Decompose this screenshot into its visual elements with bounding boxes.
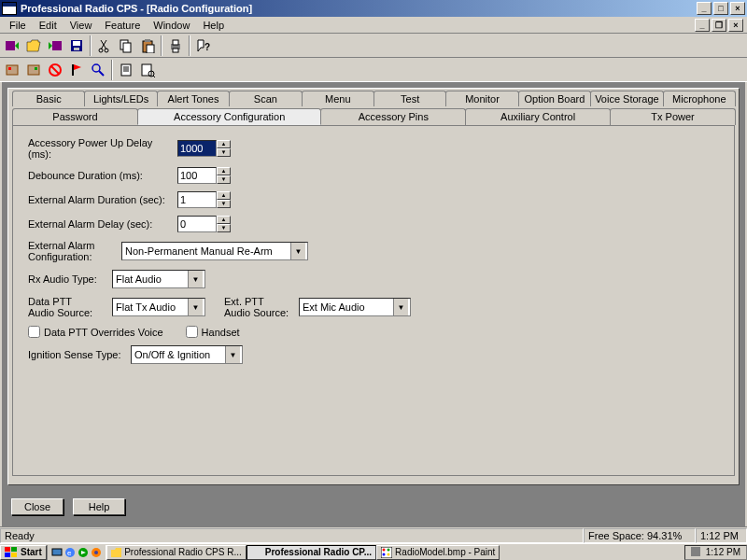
write-device-icon[interactable]	[45, 35, 65, 56]
data-ptt-src-value[interactable]	[113, 299, 188, 315]
spin-up-icon[interactable]: ▲	[217, 191, 231, 200]
minimize-button[interactable]: _	[697, 2, 712, 15]
tab-option-board[interactable]: Option Board	[518, 91, 591, 106]
close-button[interactable]: ×	[730, 2, 745, 15]
tab-tx-power[interactable]: Tx Power	[610, 108, 736, 125]
menu-feature[interactable]: Feature	[99, 19, 146, 32]
power-up-delay-spinner[interactable]: ▲▼	[177, 140, 231, 157]
data-ptt-overrides-checkbox[interactable]: Data PTT Overrides Voice	[28, 326, 163, 338]
maximize-button[interactable]: □	[713, 2, 728, 15]
tab-scan[interactable]: Scan	[229, 91, 302, 106]
ext-alarm-cfg-value[interactable]	[122, 243, 290, 259]
zoom-icon[interactable]	[88, 60, 108, 80]
paste-icon[interactable]	[137, 35, 158, 56]
menu-window[interactable]: Window	[148, 19, 195, 32]
handset-checkbox[interactable]: Handset	[186, 326, 240, 338]
checkbox-input[interactable]	[186, 326, 198, 338]
svg-rect-34	[5, 553, 10, 557]
ie-icon[interactable]: e	[64, 547, 76, 558]
start-button[interactable]: Start	[0, 545, 47, 560]
mdi-close-button[interactable]: ×	[728, 19, 743, 32]
svg-point-44	[388, 548, 390, 551]
help-context-icon[interactable]: ?	[193, 35, 214, 56]
tab-basic[interactable]: Basic	[12, 91, 85, 106]
svg-line-21	[51, 66, 59, 74]
help-panel-button[interactable]: Help	[73, 498, 125, 515]
spin-up-icon[interactable]: ▲	[217, 216, 231, 224]
checkbox-label: Handset	[202, 327, 240, 338]
app-icon	[251, 548, 262, 557]
tab-accessory-config[interactable]: Accessory Configuration	[137, 108, 321, 125]
ext-alarm-dur-spinner[interactable]: ▲▼	[177, 191, 231, 208]
read-device-icon[interactable]	[2, 35, 22, 56]
checkbox-input[interactable]	[28, 326, 40, 338]
spin-down-icon[interactable]: ▼	[217, 224, 231, 232]
window-title: Professional Radio CPS - [Radio Configur…	[21, 3, 697, 14]
chevron-down-icon[interactable]: ▼	[290, 243, 305, 259]
svg-rect-8	[123, 43, 131, 52]
ext-ptt-src-value[interactable]	[300, 299, 393, 315]
tab-aux-control[interactable]: Auxiliary Control	[465, 108, 611, 125]
tool-a-icon[interactable]	[2, 60, 22, 80]
ext-ptt-src-combo[interactable]: ▼	[299, 298, 411, 316]
tab-test[interactable]: Test	[374, 91, 446, 106]
tab-voice-storage[interactable]: Voice Storage	[590, 91, 664, 106]
chevron-down-icon[interactable]: ▼	[393, 299, 408, 315]
rx-audio-combo[interactable]: ▼	[112, 270, 205, 288]
mdi-minimize-button[interactable]: _	[695, 19, 710, 32]
print-icon[interactable]	[165, 35, 186, 56]
ext-alarm-cfg-combo[interactable]: ▼	[121, 242, 308, 260]
desktop-icon[interactable]	[51, 547, 63, 558]
cut-icon[interactable]	[94, 35, 115, 56]
chevron-down-icon[interactable]: ▼	[225, 346, 240, 363]
close-panel-button[interactable]: Close	[11, 498, 63, 515]
menu-edit[interactable]: Edit	[34, 19, 63, 32]
data-ptt-src-combo[interactable]: ▼	[112, 298, 205, 316]
tool-disable-icon[interactable]	[45, 60, 65, 80]
taskbar-item-folder[interactable]: Professional Radio CPS R...	[106, 545, 247, 560]
ext-alarm-dur-input[interactable]	[177, 191, 217, 208]
mdi-restore-button[interactable]: ❐	[712, 19, 726, 32]
spin-up-icon[interactable]: ▲	[217, 167, 231, 175]
debounce-spinner[interactable]: ▲▼	[177, 167, 231, 184]
tab-lights[interactable]: Lights/LEDs	[84, 91, 157, 106]
open-icon[interactable]	[23, 35, 44, 56]
statusbar: Ready Free Space: 94.31% 1:12 PM	[0, 526, 747, 543]
ignition-value[interactable]	[132, 346, 225, 363]
tab-menu[interactable]: Menu	[302, 91, 374, 106]
tool-b-icon[interactable]	[23, 60, 44, 80]
save-icon[interactable]	[66, 35, 87, 56]
firefox-icon[interactable]	[91, 547, 102, 558]
menu-help[interactable]: Help	[197, 19, 230, 32]
document-icon[interactable]	[116, 60, 136, 80]
copy-icon[interactable]	[116, 35, 136, 56]
taskbar-item-paint[interactable]: RadioModel.bmp - Paint	[376, 545, 500, 560]
properties-icon[interactable]	[137, 60, 158, 80]
tab-alert-tones[interactable]: Alert Tones	[157, 91, 230, 106]
chevron-down-icon[interactable]: ▼	[188, 271, 203, 287]
debounce-input[interactable]	[177, 167, 217, 184]
tab-accessory-pins[interactable]: Accessory Pins	[320, 108, 466, 125]
rx-audio-value[interactable]	[113, 271, 188, 287]
power-up-delay-input[interactable]	[177, 140, 217, 157]
spin-up-icon[interactable]: ▲	[217, 140, 231, 148]
spin-down-icon[interactable]: ▼	[217, 148, 231, 157]
checkbox-label: Data PTT Overrides Voice	[44, 327, 163, 338]
tool-flag-icon[interactable]	[66, 60, 87, 80]
taskbar-item-cps[interactable]: Professional Radio CP...	[247, 545, 376, 560]
media-icon[interactable]	[78, 547, 89, 558]
tray-icon[interactable]	[691, 547, 702, 558]
ext-alarm-delay-input[interactable]	[177, 216, 217, 232]
tab-microphone[interactable]: Microphone	[663, 91, 736, 106]
ext-alarm-cfg-label: External AlarmConfiguration:	[28, 240, 121, 262]
spin-down-icon[interactable]: ▼	[217, 175, 231, 184]
tab-monitor[interactable]: Monitor	[445, 91, 518, 106]
ignition-combo[interactable]: ▼	[131, 345, 243, 364]
ext-alarm-delay-spinner[interactable]: ▲▼	[177, 216, 231, 232]
spin-down-icon[interactable]: ▼	[217, 200, 231, 208]
menu-view[interactable]: View	[64, 19, 98, 32]
chevron-down-icon[interactable]: ▼	[188, 299, 203, 315]
menu-file[interactable]: File	[4, 19, 32, 32]
svg-rect-35	[11, 553, 17, 557]
tab-password[interactable]: Password	[12, 108, 138, 125]
